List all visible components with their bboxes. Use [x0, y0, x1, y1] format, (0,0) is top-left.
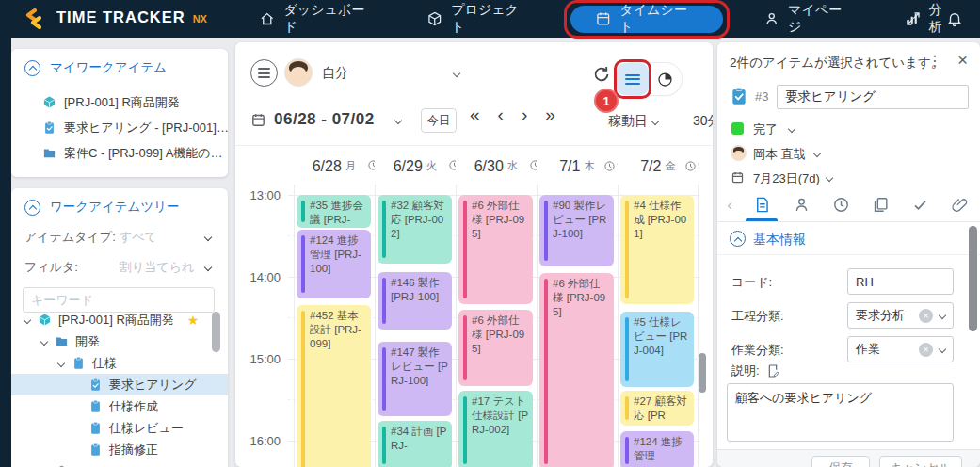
paperclip-icon [951, 196, 969, 214]
tab-note-icon[interactable] [860, 188, 900, 221]
due-date-select[interactable]: 7月23日(7d) [753, 170, 820, 187]
day-column[interactable]: #35 進捗会議 [PRJ-#124 進捗管理 [PRJ-100]#452 基本… [294, 185, 375, 467]
code-input[interactable] [847, 268, 954, 295]
chevron-down-icon[interactable] [813, 150, 821, 157]
tab-person-icon[interactable] [781, 188, 821, 221]
event-block[interactable]: #6 外部仕様 [PRJ-095] [539, 273, 614, 467]
event-block[interactable]: #124 進捗管理 [PRJ-100] [297, 230, 371, 298]
tree-scrollbar-thumb[interactable] [212, 312, 220, 352]
nav-item-mypage[interactable]: マイページ [738, 0, 879, 38]
tree-item[interactable]: 要求ヒアリング [11, 374, 228, 395]
item-title-input[interactable] [777, 85, 969, 109]
my-work-item[interactable]: [PRJ-001] R商品開発 [11, 89, 228, 115]
tab-paperclip-icon[interactable] [940, 188, 979, 221]
kebab-menu-icon[interactable]: ⋮ [927, 52, 942, 70]
prev-day-arrow[interactable]: ‹ [495, 105, 506, 125]
user-avatar[interactable] [284, 58, 313, 87]
refresh-icon[interactable] [591, 64, 612, 85]
day-date: 6/28 [313, 158, 342, 175]
event-block[interactable]: #35 進捗会議 [PRJ- [297, 195, 371, 228]
tab-check-icon[interactable] [900, 188, 940, 221]
chevron-left-icon[interactable]: ‹ [717, 188, 742, 221]
event-block[interactable]: #452 基本設計 [PRJ-099] [297, 305, 371, 467]
day-column[interactable]: #90 製作レビュー [PRJ-100]#6 外部仕様 [PRJ-095] [537, 185, 618, 467]
event-block[interactable]: #27 顧客対応 [PR [620, 391, 694, 426]
work-category-select[interactable]: 作業 × [847, 336, 954, 362]
close-icon[interactable]: × [957, 50, 968, 71]
event-block[interactable]: #32 顧客対応 [PRJ-002] [378, 195, 452, 264]
collapse-up-icon[interactable] [24, 60, 40, 76]
chevron-down-icon[interactable] [788, 125, 795, 133]
tree-item[interactable] [11, 460, 228, 467]
tree-item[interactable]: [PRJ-001] R商品開発★ [11, 309, 228, 330]
event-block[interactable]: #124 進捗管理 [620, 431, 694, 467]
detail-scrollbar-thumb[interactable] [969, 226, 977, 331]
process-category-select[interactable]: 要求分析 × [847, 302, 954, 329]
chevron-down-icon[interactable] [453, 70, 460, 77]
date-range-label[interactable]: 06/28 - 07/02 [274, 110, 375, 129]
collapse-up-icon[interactable] [24, 200, 40, 216]
chevron-down-icon[interactable] [394, 117, 402, 124]
basic-info-title: 基本情報 [753, 232, 806, 249]
day-headers: 6/28月6/29火6/30水7/1木97/2金9 [235, 148, 713, 185]
event-block[interactable]: #147 製作レビュー [PRJ-100] [378, 342, 452, 416]
my-work-item[interactable]: 案件C - [PRJ-099] A機能の… [11, 140, 228, 166]
star-icon[interactable]: ★ [187, 313, 200, 328]
day-column[interactable]: #32 顧客対応 [PRJ-002]#146 製作 [PRJ-100]#147 … [375, 185, 456, 467]
tab-clock-icon[interactable] [821, 188, 860, 221]
next-week-arrow[interactable]: » [542, 105, 558, 125]
menu-button[interactable] [250, 59, 278, 87]
tree-item[interactable]: 仕様 [11, 352, 228, 374]
calendar-scrollbar-thumb[interactable] [699, 353, 706, 393]
tree-item[interactable]: 指摘修正 [11, 439, 228, 460]
clear-icon[interactable]: × [919, 309, 933, 323]
tree-item[interactable]: 仕様作成 [11, 395, 228, 417]
cancel-button[interactable]: キャンセル [879, 456, 962, 467]
nav-item-label: マイページ [788, 2, 853, 36]
event-block[interactable]: #17 テスト仕様設計 [PRJ-002] [458, 391, 533, 467]
calendar-date-toolbar: 06/28 - 07/02 今日 «‹›» 稼動日 30分 [235, 102, 713, 146]
tree-item[interactable]: 仕様レビュー [11, 417, 228, 439]
workday-select[interactable]: 稼動日 [608, 113, 648, 130]
status-select[interactable]: 完了 [753, 121, 778, 138]
chevron-down-icon[interactable] [40, 337, 48, 345]
list-view-button[interactable] [617, 63, 649, 95]
expand-icon[interactable] [905, 10, 922, 27]
nav-item-project[interactable]: プロジェクト [401, 0, 555, 38]
event-block[interactable]: #6 外部仕様 [PRJ-095] [458, 310, 533, 386]
tab-doc-icon[interactable] [742, 188, 781, 221]
description-textarea[interactable]: 顧客への要求ヒアリング [727, 383, 954, 442]
clear-icon[interactable]: × [919, 343, 933, 357]
day-column[interactable]: #6 外部仕様 [PRJ-095]#6 外部仕様 [PRJ-095]#17 テス… [456, 185, 537, 467]
tree-item[interactable]: 開発 [11, 330, 228, 352]
prev-week-arrow[interactable]: « [467, 105, 483, 125]
save-button[interactable]: 保存 [811, 456, 870, 467]
event-block[interactable]: #6 外部仕様 [PRJ-095] [458, 195, 533, 304]
chevron-down-icon[interactable] [57, 359, 65, 366]
user-select-label[interactable]: 自分 [322, 65, 348, 82]
bell-icon[interactable] [946, 10, 963, 27]
event-block[interactable]: #146 製作 [PRJ-100] [378, 272, 452, 330]
my-work-item[interactable]: 要求ヒアリング - [PRJ-001]… [11, 115, 228, 140]
folder-icon [55, 334, 69, 348]
chevron-down-icon[interactable] [651, 118, 659, 125]
next-day-arrow[interactable]: › [519, 105, 530, 125]
nav-item-timesheet[interactable]: タイムシート [570, 6, 723, 33]
chevron-down-icon[interactable] [24, 315, 31, 323]
event-block[interactable]: #4 仕様作成 [PRJ-001] [620, 195, 694, 304]
collapse-up-icon[interactable] [730, 231, 746, 247]
pie-view-button[interactable] [649, 63, 681, 95]
interval-label[interactable]: 30分 [693, 113, 713, 130]
day-column[interactable]: #4 仕様作成 [PRJ-001]#5 仕様レビュー [PRJ-004]#27 … [618, 185, 699, 467]
filter-select[interactable]: 割り当てられ [120, 259, 215, 276]
event-block[interactable]: #5 仕様レビュー [PRJ-004] [620, 312, 694, 387]
event-block[interactable]: #34 計画 [PRJ- [378, 421, 452, 467]
nav-item-dashboard[interactable]: ダッシュボード [233, 0, 401, 38]
chevron-down-icon[interactable] [826, 174, 833, 182]
edit-note-icon[interactable] [766, 363, 781, 378]
assignee-avatar [731, 145, 747, 161]
item-type-select[interactable]: すべて [120, 229, 215, 246]
today-button[interactable]: 今日 [421, 108, 457, 133]
event-block[interactable]: #90 製作レビュー [PRJ-100] [539, 195, 614, 266]
assignee-select[interactable]: 岡本 直哉 [753, 146, 806, 163]
